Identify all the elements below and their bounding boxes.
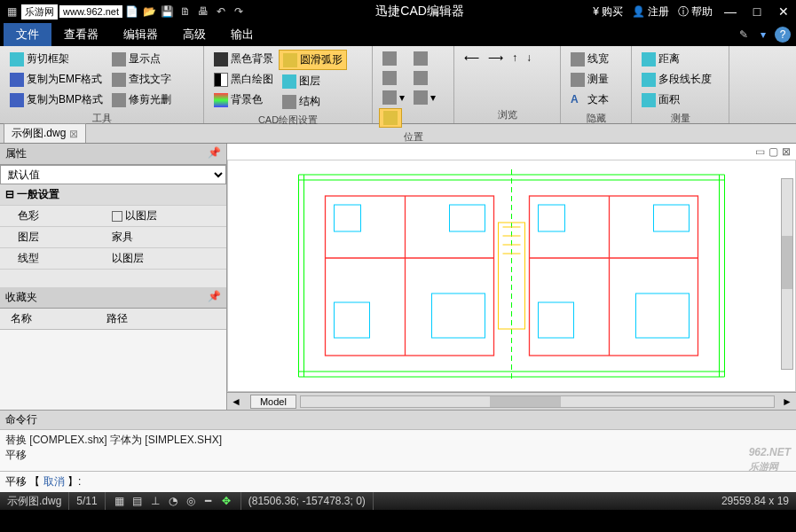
pin-icon[interactable]: 📌 — [208, 146, 221, 161]
text-button[interactable]: A文本 — [567, 90, 612, 109]
crop-frame-button[interactable]: 剪切框架 — [6, 50, 106, 68]
checkbox-icon[interactable] — [112, 211, 122, 222]
show-points-button[interactable]: 显示点 — [108, 50, 175, 68]
bg-color-button[interactable]: 背景色 — [210, 90, 277, 109]
status-file: 示例图.dwg — [0, 492, 69, 510]
snap-icon[interactable]: ▦ — [113, 494, 127, 508]
saveall-icon[interactable]: 🗎 — [177, 4, 193, 20]
bw-draw-button[interactable]: 黑白绘图 — [210, 70, 277, 89]
left-panel: 属性 📌 默认值 ⊟ 一般设置 色彩 以图层 图层 家具 线型 以图层 收藏夹 … — [0, 144, 227, 410]
document-tab[interactable]: 示例图.dwg ⊠ — [4, 123, 86, 143]
close-tab-icon[interactable]: ⊠ — [69, 128, 78, 140]
buy-link[interactable]: ¥购买 — [593, 4, 623, 20]
tab-nav-right-icon[interactable]: ► — [778, 395, 796, 408]
vertical-scrollbar[interactable] — [781, 178, 793, 370]
model-tab-bar: ◄ Model ► — [227, 392, 796, 410]
prop-row[interactable]: 色彩 以图层 — [0, 206, 226, 227]
ribbon-group-label: 隐藏 — [566, 110, 626, 127]
svg-rect-17 — [335, 302, 370, 338]
maximize-view-icon[interactable]: ▢ — [768, 145, 778, 158]
grid-icon[interactable]: ▤ — [130, 494, 145, 508]
nav-right-button[interactable]: ⟶ — [485, 50, 507, 66]
zoom-prev-button[interactable]: ▾ — [410, 89, 439, 106]
site-label: 乐游网 — [21, 4, 58, 20]
zoom-in-button[interactable] — [410, 50, 439, 67]
cmd-suffix: 】: — [67, 475, 81, 488]
area-button[interactable]: 面积 — [638, 90, 715, 109]
prop-category[interactable]: ⊟ 一般设置 — [0, 184, 226, 205]
distance-button[interactable]: 距离 — [638, 50, 715, 68]
polar-icon[interactable]: ◔ — [166, 494, 180, 508]
maximize-button[interactable]: □ — [748, 3, 766, 20]
close-button[interactable]: ✕ — [775, 3, 792, 20]
nav-left-button[interactable]: ⟵ — [461, 50, 483, 66]
cursor-icon[interactable]: ✥ — [219, 494, 233, 508]
layers-button[interactable]: 图层 — [279, 72, 347, 90]
document-tab-label: 示例图.dwg — [12, 126, 66, 141]
redo-icon[interactable]: ↷ — [231, 4, 247, 20]
structure-button[interactable]: 结构 — [279, 92, 347, 111]
help-link[interactable]: ⓘ帮助 — [678, 4, 713, 20]
lwt-icon[interactable]: ━ — [201, 494, 216, 508]
open-icon[interactable]: 📂 — [142, 4, 158, 20]
drawing-canvas[interactable] — [227, 160, 796, 392]
nav-down-button[interactable]: ↓ — [523, 50, 535, 66]
save-icon[interactable]: 💾 — [160, 4, 176, 20]
lineweight-button[interactable]: 线宽 — [567, 50, 612, 68]
zoom-scale-button[interactable]: ▾ — [379, 89, 408, 106]
zoom-window-button[interactable] — [379, 69, 408, 87]
title-bar: ▦ 乐游网 www.962.net 📄 📂 💾 🗎 🖶 ↶ ↷ 迅捷CAD编辑器… — [0, 0, 796, 23]
model-tab[interactable]: Model — [250, 395, 296, 409]
fav-col-path[interactable]: 路径 — [96, 309, 138, 329]
register-link[interactable]: 👤注册 — [632, 4, 669, 20]
prop-val: 以图层 — [106, 248, 226, 269]
properties-combo[interactable]: 默认值 — [0, 165, 226, 184]
prop-key: 色彩 — [0, 206, 106, 226]
osnap-icon[interactable]: ◎ — [184, 494, 198, 508]
print-icon[interactable]: 🖶 — [195, 4, 211, 20]
dropdown-icon[interactable]: ▾ — [755, 27, 771, 43]
cancel-link[interactable]: 取消 — [43, 475, 65, 488]
svg-rect-16 — [450, 205, 485, 231]
menu-tab-advanced[interactable]: 高级 — [170, 23, 218, 46]
pin-icon[interactable]: 📌 — [208, 290, 221, 305]
ortho-icon[interactable]: ⊥ — [148, 494, 162, 508]
horizontal-scrollbar[interactable] — [300, 395, 775, 408]
find-text-button[interactable]: 查找文字 — [108, 70, 175, 89]
favorites-list — [0, 330, 226, 410]
nav-up-button[interactable]: ↑ — [508, 50, 521, 66]
measure-button[interactable]: 测量 — [567, 70, 612, 89]
restore-icon[interactable]: ▭ — [755, 145, 765, 158]
prop-val: 以图层 — [106, 206, 226, 226]
properties-title: 属性 — [5, 146, 27, 161]
zoom-out-button[interactable] — [410, 69, 439, 87]
trim-button[interactable]: 修剪光删 — [108, 90, 175, 109]
yen-icon: ¥ — [593, 5, 599, 18]
copy-bmp-button[interactable]: 复制为BMP格式 — [6, 90, 106, 109]
menu-tab-output[interactable]: 输出 — [218, 23, 266, 46]
command-input[interactable]: 平移 【 取消 】: — [0, 471, 796, 492]
undo-icon[interactable]: ↶ — [213, 4, 229, 20]
black-bg-button[interactable]: 黑色背景 — [210, 50, 277, 68]
pan-button[interactable] — [379, 108, 402, 128]
close-view-icon[interactable]: ⊠ — [782, 145, 791, 158]
help-round-icon[interactable]: ? — [775, 27, 791, 43]
fav-col-name[interactable]: 名称 — [0, 309, 43, 329]
prop-row[interactable]: 图层 家具 — [0, 227, 226, 248]
prop-row[interactable]: 线型 以图层 — [0, 248, 226, 270]
svg-rect-9 — [326, 196, 494, 356]
ribbon-group-tools: 剪切框架 复制为EMF格式 复制为BMP格式 显示点 查找文字 修剪光删 工具 — [0, 46, 204, 123]
minimize-button[interactable]: — — [721, 3, 739, 20]
menu-tab-viewer[interactable]: 查看器 — [51, 23, 111, 46]
smooth-arc-button[interactable]: 圆滑弧形 — [279, 50, 347, 70]
log-line: 平移 — [5, 448, 791, 463]
menu-tab-file[interactable]: 文件 — [4, 23, 51, 46]
copy-emf-button[interactable]: 复制为EMF格式 — [6, 70, 106, 89]
ribbon-group-label: 浏览 — [460, 106, 555, 123]
pencil-icon[interactable]: ✎ — [736, 27, 752, 43]
tab-nav-left-icon[interactable]: ◄ — [227, 395, 245, 408]
polyline-length-button[interactable]: 多段线长度 — [638, 70, 715, 89]
menu-tab-editor[interactable]: 编辑器 — [111, 23, 170, 46]
zoom-extents-button[interactable] — [379, 50, 408, 67]
new-icon[interactable]: 📄 — [124, 4, 140, 20]
